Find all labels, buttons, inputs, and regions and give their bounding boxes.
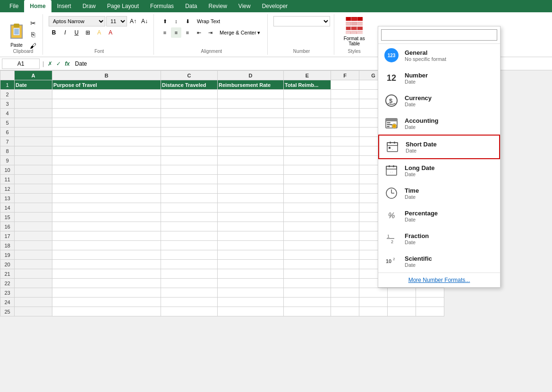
cell-d7[interactable]	[218, 137, 284, 146]
cell-d22[interactable]	[218, 279, 284, 288]
dropdown-search-input[interactable]	[381, 29, 497, 41]
format-as-table-button[interactable]: Format asTable	[340, 16, 369, 46]
cell-d8[interactable]	[218, 146, 284, 156]
cell-a20[interactable]	[15, 260, 52, 269]
cell-b21[interactable]	[52, 269, 161, 279]
font-name-select[interactable]: Aptos Narrow	[49, 16, 105, 26]
cell-f3[interactable]	[331, 99, 359, 109]
row-header-5[interactable]: 5	[0, 118, 15, 128]
cell-a2[interactable]	[15, 90, 52, 99]
cell-b22[interactable]	[52, 279, 161, 288]
cell-c4[interactable]	[161, 109, 218, 118]
cell-e8[interactable]	[284, 146, 331, 156]
home-tab[interactable]: Home	[24, 0, 51, 12]
row-header-14[interactable]: 14	[0, 203, 15, 213]
cell-c23[interactable]	[161, 288, 218, 298]
cell-f25[interactable]	[331, 307, 359, 316]
cell-a6[interactable]	[15, 128, 52, 137]
cell-c9[interactable]	[161, 156, 218, 165]
cell-e18[interactable]	[284, 241, 331, 250]
cell-a17[interactable]	[15, 231, 52, 241]
cell-b19[interactable]	[52, 250, 161, 260]
row-header-23[interactable]: 23	[0, 288, 15, 298]
borders-button[interactable]: ⊞	[83, 27, 93, 38]
cell-c15[interactable]	[161, 213, 218, 222]
cell-a25[interactable]	[15, 307, 52, 316]
cell-f12[interactable]	[331, 184, 359, 194]
cell-b4[interactable]	[52, 109, 161, 118]
cell-i25[interactable]	[416, 307, 444, 316]
cell-d10[interactable]	[218, 165, 284, 175]
cell-c10[interactable]	[161, 165, 218, 175]
cell-b12[interactable]	[52, 184, 161, 194]
cell-d6[interactable]	[218, 128, 284, 137]
cell-c19[interactable]	[161, 250, 218, 260]
cell-c2[interactable]	[161, 90, 218, 99]
format-item-percentage[interactable]: % Percentage Date	[378, 205, 500, 227]
cell-c24[interactable]	[161, 298, 218, 307]
cell-e21[interactable]	[284, 269, 331, 279]
cell-f2[interactable]	[331, 90, 359, 99]
row-header-1[interactable]: 1	[0, 80, 15, 90]
cell-e25[interactable]	[284, 307, 331, 316]
cell-f10[interactable]	[331, 165, 359, 175]
confirm-formula-icon[interactable]: ✓	[55, 60, 62, 67]
row-header-2[interactable]: 2	[0, 90, 15, 99]
row-header-6[interactable]: 6	[0, 128, 15, 137]
col-header-d[interactable]: D	[218, 71, 284, 80]
row-header-7[interactable]: 7	[0, 137, 15, 146]
cell-f5[interactable]	[331, 118, 359, 128]
row-header-21[interactable]: 21	[0, 269, 15, 279]
row-header-25[interactable]: 25	[0, 307, 15, 316]
cell-f7[interactable]	[331, 137, 359, 146]
cell-c6[interactable]	[161, 128, 218, 137]
cell-b6[interactable]	[52, 128, 161, 137]
cell-f20[interactable]	[331, 260, 359, 269]
cell-f11[interactable]	[331, 175, 359, 184]
cell-d19[interactable]	[218, 250, 284, 260]
row-header-20[interactable]: 20	[0, 260, 15, 269]
cell-c17[interactable]	[161, 231, 218, 241]
row-header-4[interactable]: 4	[0, 109, 15, 118]
cell-f9[interactable]	[331, 156, 359, 165]
cell-h23[interactable]	[388, 288, 416, 298]
cut-button[interactable]: ✂	[27, 18, 39, 28]
cell-f18[interactable]	[331, 241, 359, 250]
cell-b3[interactable]	[52, 99, 161, 109]
format-item-time[interactable]: Time Date	[378, 182, 500, 205]
format-item-accounting[interactable]: Accounting Date	[378, 112, 500, 135]
cell-d12[interactable]	[218, 184, 284, 194]
cell-a4[interactable]	[15, 109, 52, 118]
cell-d9[interactable]	[218, 156, 284, 165]
cell-f15[interactable]	[331, 213, 359, 222]
merge-dropdown-icon[interactable]: ▾	[257, 30, 260, 36]
row-header-9[interactable]: 9	[0, 156, 15, 165]
cell-c22[interactable]	[161, 279, 218, 288]
row-header-3[interactable]: 3	[0, 99, 15, 109]
cell-e10[interactable]	[284, 165, 331, 175]
cell-a14[interactable]	[15, 203, 52, 213]
cell-b23[interactable]	[52, 288, 161, 298]
cell-e9[interactable]	[284, 156, 331, 165]
cell-a12[interactable]	[15, 184, 52, 194]
cell-e6[interactable]	[284, 128, 331, 137]
cell-d3[interactable]	[218, 99, 284, 109]
align-bottom-button[interactable]: ⬇	[182, 16, 193, 26]
cell-e16[interactable]	[284, 222, 331, 231]
paste-button[interactable]: Paste	[8, 21, 25, 48]
cell-e12[interactable]	[284, 184, 331, 194]
cell-d14[interactable]	[218, 203, 284, 213]
cell-c13[interactable]	[161, 194, 218, 203]
align-left-button[interactable]: ≡	[160, 27, 170, 38]
cell-e7[interactable]	[284, 137, 331, 146]
col-header-f[interactable]: F	[331, 71, 359, 80]
decrease-font-button[interactable]: A↓	[139, 16, 150, 26]
row-header-17[interactable]: 17	[0, 231, 15, 241]
more-number-formats-link[interactable]: More Number Formats...	[378, 273, 500, 287]
number-format-select[interactable]: General Number Currency Short Date	[273, 16, 330, 26]
format-item-number[interactable]: 12 Number Date	[378, 67, 500, 89]
row-header-10[interactable]: 10	[0, 165, 15, 175]
cell-a18[interactable]	[15, 241, 52, 250]
cell-f19[interactable]	[331, 250, 359, 260]
cell-g23[interactable]	[359, 288, 388, 298]
